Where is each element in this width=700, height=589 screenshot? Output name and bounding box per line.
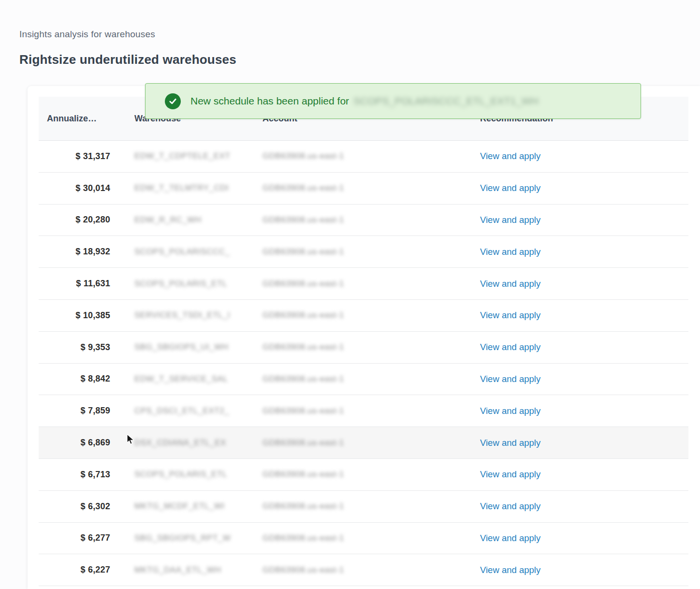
- account-cell: GDB63908.us-east-1: [247, 342, 464, 352]
- annualized-cost-cell: $ 31,317: [39, 151, 118, 162]
- content-card: Annualize… Warehouse Account Recommendat…: [28, 86, 700, 589]
- view-and-apply-link[interactable]: View and apply: [480, 215, 540, 225]
- account-cell: GDB63908.us-east-1: [247, 279, 464, 289]
- view-and-apply-link[interactable]: View and apply: [480, 438, 540, 448]
- recommendation-cell: View and apply: [464, 247, 688, 257]
- table-body: $ 31,317EDW_T_CDPTELE_EXTGDB63908.us-eas…: [39, 141, 688, 586]
- table-row: $ 31,317EDW_T_CDPTELE_EXTGDB63908.us-eas…: [39, 141, 688, 173]
- page-title: Rightsize underutilized warehouses: [19, 52, 236, 67]
- recommendation-cell: View and apply: [464, 183, 688, 193]
- view-and-apply-link[interactable]: View and apply: [480, 533, 540, 543]
- annualized-cost-cell: $ 11,631: [39, 279, 118, 289]
- view-and-apply-link[interactable]: View and apply: [480, 310, 540, 320]
- recommendation-cell: View and apply: [464, 469, 688, 480]
- table-row: $ 6,227MKTG_DAA_ETL_WHGDB63908.us-east-1…: [39, 554, 688, 586]
- warehouse-cell: EDW_T_CDPTELE_EXT: [118, 151, 247, 161]
- view-and-apply-link[interactable]: View and apply: [480, 501, 540, 511]
- account-cell: GDB63908.us-east-1: [247, 533, 464, 543]
- warehouse-cell: SBG_SBGIOPS_UI_WH: [118, 342, 247, 352]
- recommendation-cell: View and apply: [464, 215, 688, 225]
- view-and-apply-link[interactable]: View and apply: [480, 183, 540, 193]
- table-row: $ 11,631SCOPS_POLARIS_ETLGDB63908.us-eas…: [39, 268, 688, 300]
- view-and-apply-link[interactable]: View and apply: [480, 247, 540, 257]
- recommendation-cell: View and apply: [464, 406, 688, 416]
- table-row: $ 20,280EDW_R_RC_WHGDB63908.us-east-1Vie…: [39, 205, 688, 236]
- annualized-cost-cell: $ 6,302: [39, 501, 118, 512]
- recommendation-cell: View and apply: [464, 501, 688, 512]
- column-header-annualized[interactable]: Annualize…: [39, 114, 118, 124]
- table-row: $ 18,932SCOPS_POLARISCCC_GDB63908.us-eas…: [39, 236, 688, 268]
- account-cell: GDB63908.us-east-1: [247, 565, 464, 575]
- annualized-cost-cell: $ 7,859: [39, 406, 118, 416]
- account-cell: GDB63908.us-east-1: [247, 501, 464, 511]
- table-row: $ 30,014EDW_T_TELMTRY_CDIGDB63908.us-eas…: [39, 173, 688, 205]
- account-cell: GDB63908.us-east-1: [247, 247, 464, 257]
- view-and-apply-link[interactable]: View and apply: [480, 342, 540, 352]
- table-row: $ 6,713SCOPS_POLARIS_ETLGDB63908.us-east…: [39, 459, 688, 491]
- annualized-cost-cell: $ 10,385: [39, 310, 118, 321]
- annualized-cost-cell: $ 8,842: [39, 374, 118, 384]
- account-cell: GDB63908.us-east-1: [247, 438, 464, 448]
- recommendation-cell: View and apply: [464, 279, 688, 289]
- warehouse-cell: EDW_R_RC_WH: [118, 215, 247, 225]
- annualized-cost-cell: $ 9,353: [39, 342, 118, 353]
- warehouse-cell: EDW_T_TELMTRY_CDI: [118, 183, 247, 193]
- recommendation-cell: View and apply: [464, 151, 688, 162]
- recommendation-cell: View and apply: [464, 438, 688, 448]
- recommendation-cell: View and apply: [464, 565, 688, 575]
- recommendation-cell: View and apply: [464, 374, 688, 384]
- annualized-cost-cell: $ 30,014: [39, 183, 118, 193]
- recommendation-cell: View and apply: [464, 342, 688, 353]
- view-and-apply-link[interactable]: View and apply: [480, 279, 540, 289]
- annualized-cost-cell: $ 6,227: [39, 565, 118, 575]
- page-subtitle: Insights analysis for warehouses: [19, 29, 155, 40]
- table-row: $ 8,842EDW_T_SERVICE_SALGDB63908.us-east…: [39, 364, 688, 396]
- recommendation-cell: View and apply: [464, 310, 688, 321]
- account-cell: GDB63908.us-east-1: [247, 310, 464, 320]
- annualized-cost-cell: $ 6,713: [39, 470, 118, 480]
- table-row: $ 6,869DSX_CDIANA_ETL_EXGDB63908.us-east…: [39, 427, 688, 459]
- warehouse-cell: EDW_T_SERVICE_SAL: [118, 374, 247, 384]
- view-and-apply-link[interactable]: View and apply: [480, 469, 540, 479]
- annualized-cost-cell: $ 6,277: [39, 533, 118, 543]
- view-and-apply-link[interactable]: View and apply: [480, 406, 540, 416]
- table-row: $ 10,385SERVICES_TSDI_ETL_IGDB63908.us-e…: [39, 300, 688, 332]
- warehouses-table: Annualize… Warehouse Account Recommendat…: [39, 97, 688, 586]
- view-and-apply-link[interactable]: View and apply: [480, 565, 540, 575]
- account-cell: GDB63908.us-east-1: [247, 151, 464, 161]
- check-circle-icon: [165, 93, 181, 109]
- table-row: $ 6,277SBG_SBGIOPS_RPT_WGDB63908.us-east…: [39, 523, 688, 555]
- table-row: $ 9,353SBG_SBGIOPS_UI_WHGDB63908.us-east…: [39, 332, 688, 364]
- warehouse-cell: CPS_DSCI_ETL_EXT2_: [118, 406, 247, 416]
- account-cell: GDB63908.us-east-1: [247, 215, 464, 225]
- view-and-apply-link[interactable]: View and apply: [480, 374, 540, 384]
- account-cell: GDB63908.us-east-1: [247, 183, 464, 193]
- toast-warehouse-name: SCOPS_POLARISCCC_ETL_EXT1_WH: [353, 95, 539, 107]
- warehouse-cell: SBG_SBGIOPS_RPT_W: [118, 533, 247, 543]
- warehouse-cell: SCOPS_POLARIS_ETL: [118, 470, 247, 479]
- warehouse-cell: DSX_CDIANA_ETL_EX: [118, 438, 247, 448]
- view-and-apply-link[interactable]: View and apply: [480, 151, 540, 161]
- recommendation-cell: View and apply: [464, 533, 688, 544]
- table-row: $ 7,859CPS_DSCI_ETL_EXT2_GDB63908.us-eas…: [39, 395, 688, 427]
- warehouse-cell: SERVICES_TSDI_ETL_I: [118, 310, 247, 320]
- account-cell: GDB63908.us-east-1: [247, 470, 464, 479]
- annualized-cost-cell: $ 20,280: [39, 215, 118, 225]
- warehouse-cell: SCOPS_POLARIS_ETL: [118, 279, 247, 289]
- account-cell: GDB63908.us-east-1: [247, 374, 464, 384]
- account-cell: GDB63908.us-east-1: [247, 406, 464, 416]
- warehouse-cell: SCOPS_POLARISCCC_: [118, 247, 247, 257]
- table-row: $ 6,302MKTG_MCDF_ETL_WIGDB63908.us-east-…: [39, 491, 688, 523]
- warehouse-cell: MKTG_DAA_ETL_WH: [118, 565, 247, 575]
- annualized-cost-cell: $ 6,869: [39, 438, 118, 448]
- warehouse-cell: MKTG_MCDF_ETL_WI: [118, 501, 247, 511]
- annualized-cost-cell: $ 18,932: [39, 247, 118, 257]
- toast-notification: New schedule has been applied for SCOPS_…: [145, 83, 641, 119]
- toast-message: New schedule has been applied for: [190, 95, 349, 107]
